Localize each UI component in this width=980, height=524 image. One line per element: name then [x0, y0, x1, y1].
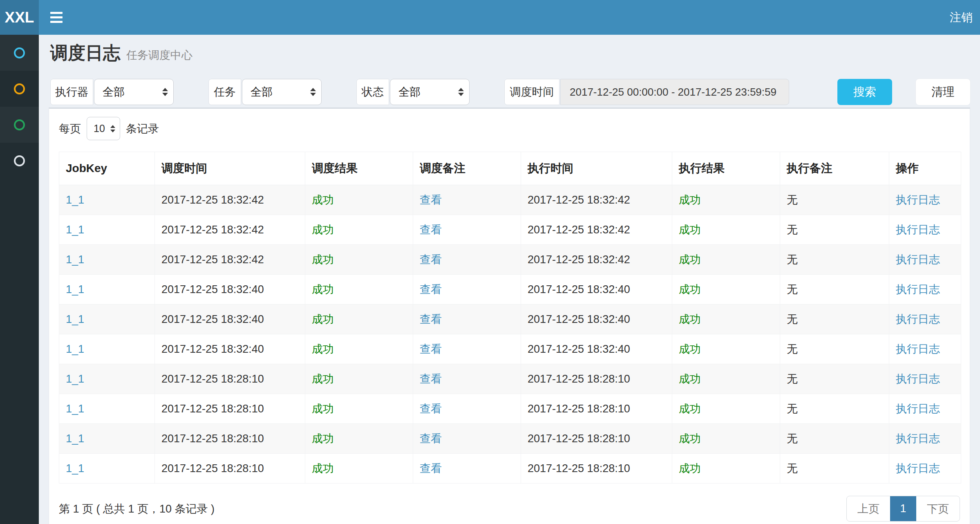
clear-button[interactable]: 清理	[916, 79, 970, 105]
trigger-msg-link[interactable]: 查看	[420, 343, 442, 355]
trigger-msg-link[interactable]: 查看	[420, 194, 442, 206]
trigger-time-range-input[interactable]	[560, 79, 789, 105]
sidebar-toggle-button[interactable]	[50, 11, 64, 24]
next-page-button[interactable]: 下页	[916, 496, 960, 521]
jobkey-link[interactable]: 1_1	[66, 194, 84, 206]
job-filter-group: 任务 全部	[208, 79, 322, 105]
jobkey-link[interactable]: 1_1	[66, 403, 84, 415]
trigger-result-text: 成功	[312, 283, 334, 296]
trigger-result-text: 成功	[312, 313, 334, 325]
executor-select-value: 全部	[103, 85, 125, 99]
page-length-value: 10	[94, 123, 105, 134]
handle-msg-cell: 无	[780, 364, 889, 394]
jobkey-link[interactable]: 1_1	[66, 313, 84, 325]
jobkey-link[interactable]: 1_1	[66, 224, 84, 236]
exec-log-link[interactable]: 执行日志	[896, 403, 940, 415]
handle-result-text: 成功	[679, 373, 701, 385]
col-trigger-time: 调度时间	[155, 152, 305, 185]
col-trigger-result: 调度结果	[305, 152, 413, 185]
trigger-time-cell: 2017-12-25 18:32:42	[155, 185, 305, 215]
jobkey-link[interactable]: 1_1	[66, 283, 84, 296]
table-row: 1_1 2017-12-25 18:32:40 成功 查看 2017-12-25…	[59, 305, 961, 334]
handle-time-cell: 2017-12-25 18:28:10	[521, 394, 672, 424]
trigger-msg-link[interactable]: 查看	[420, 373, 442, 385]
filter-row: 执行器 全部 任务 全部 状态 全部 调度时间 搜索 清理	[50, 79, 970, 105]
trigger-msg-link[interactable]: 查看	[420, 283, 442, 296]
trigger-result-text: 成功	[312, 224, 334, 236]
exec-log-link[interactable]: 执行日志	[896, 343, 940, 355]
table-row: 1_1 2017-12-25 18:28:10 成功 查看 2017-12-25…	[59, 454, 961, 484]
trigger-result-text: 成功	[312, 343, 334, 355]
exec-log-link[interactable]: 执行日志	[896, 313, 940, 325]
handle-msg-cell: 无	[780, 424, 889, 454]
handle-result-text: 成功	[679, 253, 701, 266]
sidebar-item-job-manage[interactable]	[0, 71, 39, 107]
table-row: 1_1 2017-12-25 18:28:10 成功 查看 2017-12-25…	[59, 364, 961, 394]
handle-result-text: 成功	[679, 432, 701, 445]
help-circle-icon	[14, 155, 25, 166]
trigger-time-cell: 2017-12-25 18:28:10	[155, 394, 305, 424]
current-page-button[interactable]: 1	[890, 496, 916, 521]
trigger-msg-link[interactable]: 查看	[420, 462, 442, 475]
exec-log-link[interactable]: 执行日志	[896, 194, 940, 206]
executor-select[interactable]: 全部	[94, 79, 174, 105]
trigger-time-cell: 2017-12-25 18:32:40	[155, 275, 305, 305]
exec-log-link[interactable]: 执行日志	[896, 373, 940, 385]
table-row: 1_1 2017-12-25 18:32:42 成功 查看 2017-12-25…	[59, 185, 961, 215]
logout-link[interactable]: 注销	[950, 10, 973, 25]
exec-log-link[interactable]: 执行日志	[896, 432, 940, 445]
handle-result-text: 成功	[679, 194, 701, 206]
brand-logo[interactable]: XXL	[0, 0, 39, 35]
exec-log-link[interactable]: 执行日志	[896, 224, 940, 236]
handle-msg-cell: 无	[780, 185, 889, 215]
table-header-row: JobKey 调度时间 调度结果 调度备注 执行时间 执行结果 执行备注 操作	[59, 152, 961, 185]
table-row: 1_1 2017-12-25 18:32:42 成功 查看 2017-12-25…	[59, 245, 961, 275]
trigger-msg-link[interactable]: 查看	[420, 253, 442, 266]
trigger-time-cell: 2017-12-25 18:28:10	[155, 364, 305, 394]
job-select[interactable]: 全部	[242, 79, 322, 105]
sidebar-item-help[interactable]	[0, 143, 39, 179]
col-jobkey: JobKey	[59, 152, 155, 185]
length-prefix: 每页	[59, 121, 81, 136]
trigger-msg-link[interactable]: 查看	[420, 313, 442, 325]
trigger-msg-link[interactable]: 查看	[420, 224, 442, 236]
sidebar-item-job-log[interactable]	[0, 107, 39, 143]
jobkey-link[interactable]: 1_1	[66, 462, 84, 475]
select-arrows-icon	[110, 125, 115, 132]
executor-label: 执行器	[50, 79, 93, 105]
select-arrows-icon	[162, 88, 168, 96]
table-row: 1_1 2017-12-25 18:28:10 成功 查看 2017-12-25…	[59, 424, 961, 454]
main-content: 调度日志任务调度中心 执行器 全部 任务 全部 状态 全部 调度时间	[39, 35, 980, 524]
jobkey-link[interactable]: 1_1	[66, 253, 84, 266]
trigger-result-text: 成功	[312, 432, 334, 445]
trigger-result-text: 成功	[312, 373, 334, 385]
sidebar-item-dashboard[interactable]	[0, 35, 39, 71]
jobkey-link[interactable]: 1_1	[66, 373, 84, 385]
pagination-info: 第 1 页 ( 总共 1 页，10 条记录 )	[59, 502, 215, 516]
trigger-msg-link[interactable]: 查看	[420, 403, 442, 415]
jobkey-link[interactable]: 1_1	[66, 343, 84, 355]
exec-log-link[interactable]: 执行日志	[896, 462, 940, 475]
prev-page-button[interactable]: 上页	[847, 496, 890, 521]
trigger-msg-link[interactable]: 查看	[420, 432, 442, 445]
status-filter-group: 状态 全部	[356, 79, 470, 105]
table-row: 1_1 2017-12-25 18:28:10 成功 查看 2017-12-25…	[59, 394, 961, 424]
table-row: 1_1 2017-12-25 18:32:40 成功 查看 2017-12-25…	[59, 334, 961, 364]
exec-log-link[interactable]: 执行日志	[896, 283, 940, 296]
handle-msg-cell: 无	[780, 215, 889, 245]
executor-filter-group: 执行器 全部	[50, 79, 174, 105]
job-log-circle-icon	[14, 119, 25, 130]
search-button[interactable]: 搜索	[837, 79, 892, 105]
col-action: 操作	[889, 152, 961, 185]
page-length-select[interactable]: 10	[87, 117, 120, 140]
handle-msg-cell: 无	[780, 454, 889, 484]
jobkey-link[interactable]: 1_1	[66, 432, 84, 445]
status-select[interactable]: 全部	[390, 79, 470, 105]
hamburger-icon	[50, 21, 63, 23]
trigger-time-label: 调度时间	[504, 79, 559, 105]
trigger-time-cell: 2017-12-25 18:28:10	[155, 424, 305, 454]
exec-log-link[interactable]: 执行日志	[896, 253, 940, 266]
hamburger-icon	[50, 12, 63, 14]
handle-result-text: 成功	[679, 283, 701, 296]
pagination: 上页 1 下页	[846, 496, 960, 522]
